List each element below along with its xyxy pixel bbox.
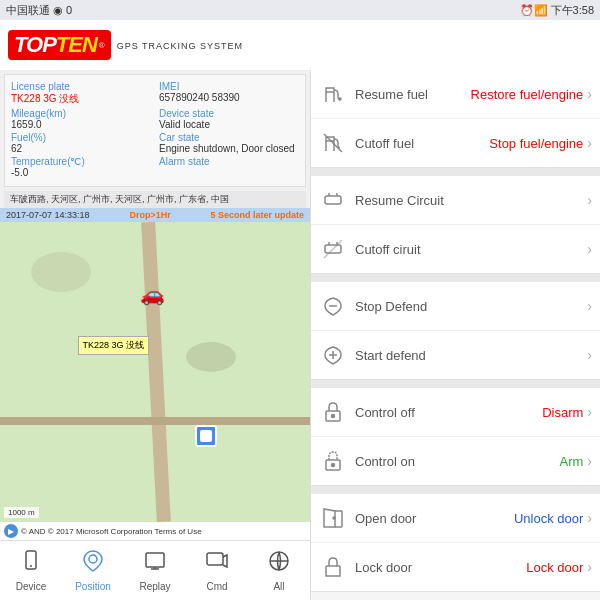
svg-rect-3: [146, 553, 164, 567]
cutoff-circuit-arrow: ›: [587, 241, 592, 257]
status-bar: 中国联通 ◉ 0 ⏰📶 下午3:58: [0, 0, 600, 20]
resume-fuel-icon: [319, 80, 347, 108]
device-icon: [19, 549, 43, 579]
stop-defend-label: Stop Defend: [355, 299, 583, 314]
blue-marker[interactable]: [195, 425, 217, 447]
carrier-text: 中国联通 ◉ 0: [6, 3, 72, 18]
map-update: 5 Second later update: [210, 210, 304, 220]
resume-circuit-item[interactable]: Resume Circuit ›: [311, 176, 600, 225]
lock-door-item[interactable]: Lock door Lock door ›: [311, 543, 600, 591]
alarm-label: Alarm state: [159, 156, 299, 167]
mileage-label: Mileage(km): [11, 108, 151, 119]
svg-point-1: [30, 565, 32, 567]
svg-line-17: [324, 240, 342, 258]
lock-door-label: Lock door: [355, 560, 526, 575]
left-panel: License plate TK228 3G 没线 IMEI 657890240…: [0, 70, 310, 600]
svg-rect-11: [325, 196, 341, 204]
fuel-label: Fuel(%): [11, 132, 151, 143]
divider-3: [311, 380, 600, 388]
play-icon[interactable]: ▶: [4, 524, 18, 538]
control-off-action: Disarm: [542, 405, 583, 420]
start-defend-label: Start defend: [355, 348, 583, 363]
lock-door-arrow: ›: [587, 559, 592, 575]
control-on-label: Control on: [355, 454, 559, 469]
cutoff-fuel-icon: [319, 129, 347, 157]
license-label: License plate: [11, 81, 151, 92]
cutoff-circuit-icon: [319, 235, 347, 263]
control-off-label: Control off: [355, 405, 542, 420]
logo-registered: ®: [99, 41, 105, 50]
car-state-value: Engine shutdown, Door closed: [159, 143, 299, 154]
resume-fuel-label: Resume fuel: [355, 87, 471, 102]
fuel-value: 62: [11, 143, 151, 154]
nav-position-label: Position: [75, 581, 111, 592]
temperature-label: Temperature(℃): [11, 156, 151, 167]
device-state-label: Device state: [159, 108, 299, 119]
cutoff-fuel-label: Cutoff fuel: [355, 136, 489, 151]
lock-door-icon: [319, 553, 347, 581]
app-header: TOPTEN ® GPS TRACKING SYSTEM: [0, 20, 600, 70]
info-box: License plate TK228 3G 没线 IMEI 657890240…: [4, 74, 306, 187]
map-header: 2017-07-07 14:33:18 Drop>1Hr 5 Second la…: [0, 208, 310, 222]
location-popup: TK228 3G 没线: [78, 336, 150, 355]
open-door-action: Unlock door: [514, 511, 583, 526]
imei-value: 657890240 58390: [159, 92, 299, 103]
map-area[interactable]: 🚗 TK228 3G 没线 1000 m: [0, 222, 310, 522]
control-section: Control off Disarm › Control on Arm ›: [311, 388, 600, 486]
nav-replay[interactable]: Replay: [124, 549, 186, 592]
svg-point-9: [339, 98, 341, 100]
divider-1: [311, 168, 600, 176]
resume-circuit-icon: [319, 186, 347, 214]
control-on-action: Arm: [559, 454, 583, 469]
nav-position[interactable]: Position: [62, 549, 124, 592]
stop-defend-arrow: ›: [587, 298, 592, 314]
license-value: TK228 3G 没线: [11, 92, 151, 106]
nav-replay-label: Replay: [139, 581, 170, 592]
nav-cmd[interactable]: Cmd: [186, 549, 248, 592]
cutoff-circuit-item[interactable]: Cutoff ciruit ›: [311, 225, 600, 273]
map-footer: ▶ © AND © 2017 Microsoft Corporation Ter…: [0, 522, 310, 540]
resume-circuit-label: Resume Circuit: [355, 193, 583, 208]
right-panel: Resume fuel Restore fuel/engine › Cutoff…: [310, 70, 600, 600]
stop-defend-item[interactable]: Stop Defend ›: [311, 282, 600, 331]
svg-point-24: [332, 464, 335, 467]
control-on-item[interactable]: Control on Arm ›: [311, 437, 600, 485]
open-door-item[interactable]: Open door Unlock door ›: [311, 494, 600, 543]
nav-all[interactable]: All: [248, 549, 310, 592]
main-container: License plate TK228 3G 没线 IMEI 657890240…: [0, 70, 600, 600]
control-off-item[interactable]: Control off Disarm ›: [311, 388, 600, 437]
start-defend-item[interactable]: Start defend ›: [311, 331, 600, 379]
nav-cmd-label: Cmd: [206, 581, 227, 592]
door-section: Open door Unlock door › Lock door Lock d…: [311, 494, 600, 592]
open-door-label: Open door: [355, 511, 514, 526]
all-icon: [267, 549, 291, 579]
resume-fuel-arrow: ›: [587, 86, 592, 102]
status-icons: ⏰📶 下午3:58: [520, 3, 594, 18]
lock-door-action: Lock door: [526, 560, 583, 575]
mileage-value: 1659.0: [11, 119, 151, 130]
divider-4: [311, 486, 600, 494]
map-datetime: 2017-07-07 14:33:18: [6, 210, 90, 220]
imei-label: IMEI: [159, 81, 299, 92]
temperature-value: -5.0: [11, 167, 151, 178]
start-defend-icon: [319, 341, 347, 369]
map-copyright: © AND © 2017 Microsoft Corporation Terms…: [21, 527, 202, 536]
svg-point-2: [89, 555, 97, 563]
device-state-value: Valid locate: [159, 119, 299, 130]
cutoff-circuit-label: Cutoff ciruit: [355, 242, 583, 257]
logo-box: TOPTEN ®: [8, 30, 111, 60]
bottom-nav: Device Position: [0, 540, 310, 600]
control-on-icon: [319, 447, 347, 475]
svg-point-25: [333, 517, 335, 519]
nav-all-label: All: [273, 581, 284, 592]
car-state-label: Car state: [159, 132, 299, 143]
resume-fuel-item[interactable]: Resume fuel Restore fuel/engine ›: [311, 70, 600, 119]
nav-device[interactable]: Device: [0, 549, 62, 592]
divider-2: [311, 274, 600, 282]
open-door-arrow: ›: [587, 510, 592, 526]
cutoff-fuel-arrow: ›: [587, 135, 592, 151]
cutoff-fuel-item[interactable]: Cutoff fuel Stop fuel/engine ›: [311, 119, 600, 167]
car-marker: 🚗: [140, 282, 165, 306]
control-on-arrow: ›: [587, 453, 592, 469]
start-defend-arrow: ›: [587, 347, 592, 363]
